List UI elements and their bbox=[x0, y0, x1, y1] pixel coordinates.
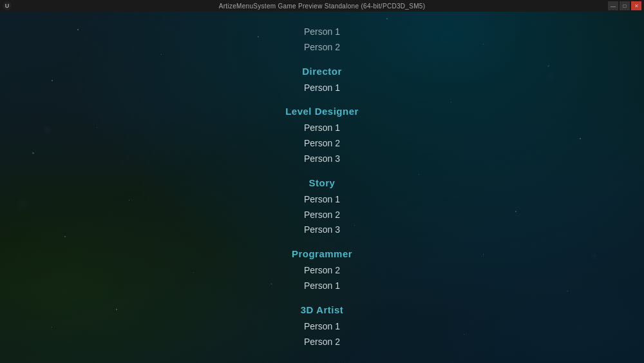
top-person-2: Person 2 bbox=[304, 40, 340, 55]
level-designer-person-3: Person 3 bbox=[0, 152, 644, 167]
titlebar: U ArtizeMenuSystem Game Preview Standalo… bbox=[0, 0, 644, 12]
window-title: ArtizeMenuSystem Game Preview Standalone… bbox=[219, 3, 426, 10]
role-level-designer: Level Designer bbox=[0, 106, 644, 117]
credits-section-level-designer: Level Designer Person 1 Person 2 Person … bbox=[0, 106, 644, 166]
role-3dartist: 3D Artist bbox=[0, 304, 644, 315]
level-designer-person-2: Person 2 bbox=[0, 136, 644, 152]
credits-section-director: Director Person 1 bbox=[0, 66, 644, 96]
story-person-1: Person 1 bbox=[0, 192, 644, 208]
close-button[interactable]: ✕ bbox=[631, 1, 641, 10]
3dartist-person-2: Person 2 bbox=[0, 335, 644, 350]
programmer-person-2: Person 2 bbox=[0, 263, 644, 279]
top-person-1: Person 1 bbox=[304, 25, 340, 40]
story-person-2: Person 2 bbox=[0, 208, 644, 223]
credits-content: Person 1 Person 2 Director Person 1 Leve… bbox=[0, 12, 644, 363]
window-controls: — □ ✕ bbox=[608, 0, 641, 12]
role-story: Story bbox=[0, 177, 644, 188]
3dartist-person-1: Person 1 bbox=[0, 319, 644, 335]
logo-text: U bbox=[5, 3, 10, 9]
credits-section-3dartist: 3D Artist Person 1 Person 2 bbox=[0, 304, 644, 350]
credits-section-programmer: Programmer Person 2 Person 1 bbox=[0, 248, 644, 294]
director-person-1: Person 1 bbox=[0, 81, 644, 96]
top-names-section: Person 1 Person 2 bbox=[304, 25, 340, 55]
minimize-button[interactable]: — bbox=[608, 1, 618, 10]
role-director: Director bbox=[0, 66, 644, 77]
app-logo: U bbox=[3, 1, 12, 10]
role-programmer: Programmer bbox=[0, 248, 644, 259]
level-designer-person-1: Person 1 bbox=[0, 121, 644, 136]
credits-section-story: Story Person 1 Person 2 Person 3 bbox=[0, 177, 644, 238]
story-person-3: Person 3 bbox=[0, 222, 644, 238]
maximize-button[interactable]: □ bbox=[620, 1, 630, 10]
programmer-person-1: Person 1 bbox=[0, 279, 644, 294]
